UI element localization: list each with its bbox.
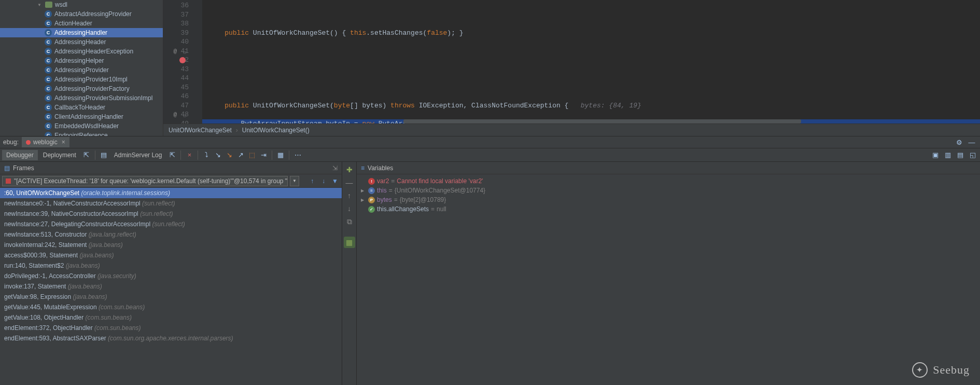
copy-icon[interactable]: ⧉ (344, 216, 355, 227)
variable-row[interactable]: !var2 = Cannot find local variable 'var2… (360, 176, 977, 186)
tree-item[interactable]: CActionHeader (0, 19, 163, 28)
tree-item[interactable]: CAddressingProvider10Impl (0, 75, 163, 84)
gutter-line[interactable]: 39 (163, 29, 189, 38)
frame-row[interactable]: newInstance:39, NativeConstructorAccesso… (0, 209, 342, 219)
expand-icon[interactable]: ▶ (361, 198, 366, 202)
gutter-line[interactable]: 40 (163, 37, 189, 47)
frame-row[interactable]: invokeInternal:242, Statement (java.bean… (0, 240, 342, 250)
gutter[interactable]: 363738394041@⊟42434445464748@⊟495051 (163, 0, 202, 123)
calculator-icon[interactable]: ▦ (344, 237, 355, 248)
tree-item[interactable]: CAddressingHelper (0, 56, 163, 65)
restore-icon[interactable]: ◱ (968, 150, 978, 160)
layout-icon[interactable]: ▥ (943, 150, 953, 160)
expand-icon[interactable]: ▶ (361, 188, 366, 193)
gutter-line[interactable]: 46 (163, 92, 189, 101)
frame-row[interactable]: getValue:108, ObjectHandler (com.sun.bea… (0, 312, 342, 323)
code-area[interactable]: public UnitOfWorkChangeSet() { this.setH… (202, 0, 980, 123)
breadcrumb-item[interactable]: UnitOfWorkChangeSet (169, 127, 232, 134)
up-icon[interactable]: ↑ (344, 190, 355, 201)
tree-item[interactable]: CCallbackToHeader (0, 103, 163, 112)
remove-watch-icon[interactable]: — (344, 177, 355, 188)
gutter-line[interactable]: 43 (163, 65, 189, 74)
gutter-line[interactable]: 36 (163, 1, 189, 10)
thread-selector[interactable]: "[ACTIVE] ExecuteThread: '18' for queue:… (2, 176, 288, 186)
variables-list[interactable]: !var2 = Cannot find local variable 'var2… (357, 174, 980, 385)
gutter-line[interactable]: 42 (163, 56, 189, 65)
tab-deployment[interactable]: Deployment (39, 150, 80, 160)
filter-icon[interactable]: ▼ (330, 176, 340, 186)
gutter-line[interactable]: 49 (163, 119, 189, 124)
frame-row[interactable]: endElement:372, ObjectHandler (com.sun.b… (0, 323, 342, 333)
frame-row[interactable]: newInstance0:-1, NativeConstructorAccess… (0, 198, 342, 209)
tree-item[interactable]: CEndpointReference (0, 131, 163, 136)
diff-marker-icon: @ (173, 47, 177, 57)
tree-item[interactable]: CAddressingHeader (0, 37, 163, 47)
gutter-line[interactable]: 47 (163, 101, 189, 111)
close-icon[interactable]: × (184, 150, 194, 160)
gutter-line[interactable]: 37 (163, 10, 189, 20)
down-icon[interactable]: ↓ (344, 203, 355, 214)
tree-folder[interactable]: ▼ wsdl (0, 0, 163, 9)
breadcrumb[interactable]: UnitOfWorkChangeSet › UnitOfWorkChangeSe… (163, 123, 980, 136)
frame-row[interactable]: getValue:445, MutableExpression (com.sun… (0, 302, 342, 312)
frame-row[interactable]: access$000:39, Statement (java.beans) (0, 250, 342, 260)
frame-method: newInstance:513, Constructor (4, 231, 89, 238)
tree-item[interactable]: CAbstractAddressingProvider (0, 9, 163, 19)
breakpoint-icon[interactable] (179, 57, 186, 63)
variable-row[interactable]: ▶Pbytes = {byte[2]@10789} (360, 195, 977, 204)
drop-frame-icon[interactable]: ⬚ (247, 150, 257, 160)
horizontal-scrollbar[interactable] (403, 119, 801, 123)
gutter-line[interactable]: 44 (163, 74, 189, 83)
tree-item-label: AddressingProvider10Impl (54, 76, 128, 83)
frame-row[interactable]: run:140, Statement$2 (java.beans) (0, 260, 342, 271)
tab-adminserver-log[interactable]: AdminServer Log (110, 150, 166, 160)
minimize-icon[interactable]: — (967, 137, 977, 147)
frame-row[interactable]: getValue:98, Expression (java.beans) (0, 292, 342, 302)
add-watch-icon[interactable]: ✚ (344, 164, 355, 175)
frame-row[interactable]: doPrivileged:-1, AccessController (java.… (0, 271, 342, 281)
variable-row[interactable]: ✓this.allChangeSets = null (360, 204, 977, 214)
step-over-icon[interactable]: ⤵ (201, 150, 212, 160)
next-frame-icon[interactable]: ↓ (319, 176, 328, 186)
tree-item[interactable]: CAddressingProvider (0, 65, 163, 75)
pin-icon[interactable]: ⇱ (167, 150, 177, 160)
frame-row[interactable]: invoke:137, Statement (java.beans) (0, 281, 342, 292)
run-to-cursor-icon[interactable]: ⇥ (258, 150, 269, 160)
tree-item[interactable]: CAddressingHandler (0, 28, 163, 37)
tree-item[interactable]: CAddressingHeaderException (0, 47, 163, 56)
gear-icon[interactable]: ⚙ (954, 137, 964, 147)
tree-item[interactable]: CAddressingProviderSubmissionImpl (0, 93, 163, 103)
frame-row[interactable]: newInstance:513, Constructor (java.lang.… (0, 229, 342, 240)
layout-icon[interactable]: ▣ (930, 150, 941, 160)
tree-item[interactable]: CEmbeddedWsdlHeader (0, 121, 163, 131)
project-tree[interactable]: ▼ wsdl CAbstractAddressingProviderCActio… (0, 0, 163, 136)
pin-icon[interactable]: ⇱ (81, 150, 92, 160)
tree-item-label: AddressingProviderSubmissionImpl (54, 94, 152, 102)
more-icon[interactable]: ⋯ (292, 150, 303, 160)
debug-config-tab[interactable]: weblogic × (22, 137, 69, 147)
tree-item[interactable]: CAddressingProviderFactory (0, 84, 163, 93)
gutter-line[interactable]: 45 (163, 83, 189, 92)
gutter-line[interactable]: 41@⊟ (163, 47, 189, 56)
frame-row[interactable]: endElement:593, AbstractSAXParser (com.s… (0, 333, 342, 343)
step-into-icon[interactable]: ↘ (213, 150, 223, 160)
prev-frame-icon[interactable]: ↑ (307, 176, 317, 186)
variable-row[interactable]: ▶≡this = {UnitOfWorkChangeSet@10774} (360, 186, 977, 195)
thread-dropdown[interactable]: ▼ (290, 176, 299, 186)
hide-icon[interactable]: ⇲ (332, 164, 338, 172)
frames-list[interactable]: :60, UnitOfWorkChangeSet (oracle.toplink… (0, 188, 342, 385)
layout-icon[interactable]: ▤ (955, 150, 965, 160)
step-out-icon[interactable]: ↗ (235, 150, 246, 160)
breadcrumb-item[interactable]: UnitOfWorkChangeSet() (242, 127, 310, 134)
code-editor[interactable]: 363738394041@⊟42434445464748@⊟495051 pub… (163, 0, 980, 136)
tab-debugger[interactable]: Debugger (2, 150, 38, 160)
frame-row[interactable]: :60, UnitOfWorkChangeSet (oracle.toplink… (0, 188, 342, 198)
close-icon[interactable]: × (62, 139, 65, 146)
tree-item[interactable]: CClientAddressingHandler (0, 112, 163, 121)
gutter-line[interactable]: 48@⊟ (163, 110, 189, 119)
force-step-into-icon[interactable]: ↘ (224, 150, 234, 160)
evaluate-icon[interactable]: ▦ (275, 150, 286, 160)
gutter-line[interactable]: 38 (163, 19, 189, 29)
frame-row[interactable]: newInstance:27, DelegatingConstructorAcc… (0, 219, 342, 229)
class-icon: C (45, 10, 52, 18)
